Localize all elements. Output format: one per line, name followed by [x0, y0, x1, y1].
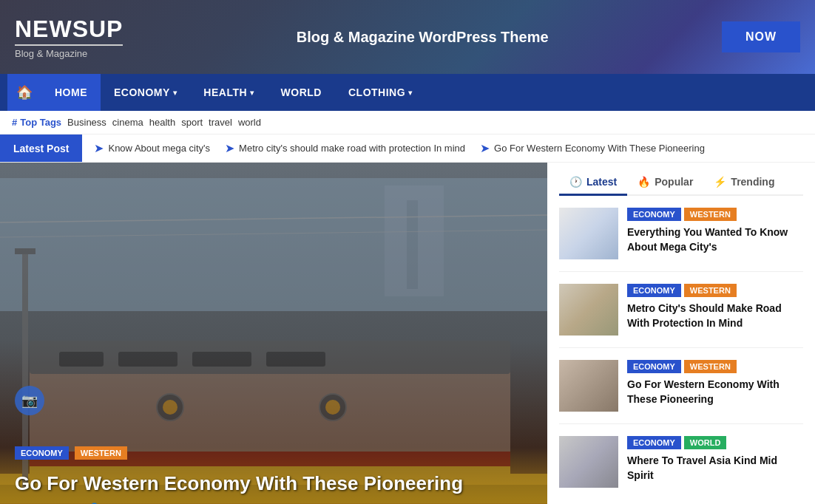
svg-rect-9: [192, 352, 251, 367]
nav-item-world[interactable]: WORLD: [268, 74, 335, 111]
article-thumbnail-2: [559, 284, 618, 336]
ticker-item-2[interactable]: ➤ Metro city's should make road with pro…: [225, 141, 465, 155]
nav-home-icon[interactable]: 🏠: [7, 74, 41, 111]
top-tags-bar: Top Tags Business cinema health sport tr…: [0, 111, 815, 134]
top-tags-label: Top Tags: [12, 117, 61, 128]
tag-western-badge[interactable]: WESTERN: [75, 446, 127, 460]
nav-item-health[interactable]: HEALTH ▾: [190, 74, 267, 111]
thumb-image-3: [559, 360, 618, 412]
tab-trending[interactable]: ⚡ Trending: [703, 170, 785, 196]
arrow-icon: ➤: [480, 141, 490, 155]
chevron-down-icon: ▾: [250, 89, 254, 97]
featured-article: 📷 ECONOMY WESTERN Go For Western Economy…: [0, 163, 547, 504]
nav-item-economy[interactable]: ECONOMY ▾: [101, 74, 190, 111]
svg-rect-0: [0, 178, 547, 311]
tag-business[interactable]: Business: [67, 117, 106, 128]
sidebar-article-1: ECONOMY WESTERN Everything You Wanted To…: [559, 208, 803, 272]
thumb-image-4: [559, 436, 618, 488]
thumb-image-1: [559, 208, 618, 259]
article-thumbnail-3: [559, 360, 618, 412]
sidebar-article-2: ECONOMY WESTERN Metro City's Should Make…: [559, 284, 803, 348]
article-title-4[interactable]: Where To Travel Asia Kind Mid Spirit: [627, 454, 803, 483]
article-tags-4: ECONOMY WORLD: [627, 436, 803, 449]
fire-icon: 🔥: [638, 176, 650, 188]
sidebar-tabs: 🕐 Latest 🔥 Popular ⚡ Trending: [559, 170, 803, 196]
svg-point-14: [325, 400, 340, 415]
article-content-1: ECONOMY WESTERN Everything You Wanted To…: [627, 208, 803, 259]
now-button[interactable]: NOW: [722, 21, 800, 52]
article-thumbnail-1: [559, 208, 618, 259]
thumb-image-2: [559, 284, 618, 336]
latest-ticker: ➤ Know About mega city's ➤ Metro city's …: [82, 141, 717, 155]
tag-economy-badge[interactable]: ECONOMY: [15, 446, 69, 460]
article-content-3: ECONOMY WESTERN Go For Western Economy W…: [627, 360, 803, 412]
svg-rect-10: [266, 352, 325, 367]
economy-badge[interactable]: ECONOMY: [627, 284, 681, 297]
tag-travel[interactable]: travel: [209, 117, 232, 128]
site-name: NEWSUP: [15, 16, 123, 43]
sidebar-article-3: ECONOMY WESTERN Go For Western Economy W…: [559, 360, 803, 424]
tab-latest[interactable]: 🕐 Latest: [559, 170, 627, 196]
main-content: 📷 ECONOMY WESTERN Go For Western Economy…: [0, 163, 815, 504]
svg-rect-7: [59, 352, 104, 367]
article-tags-1: ECONOMY WESTERN: [627, 208, 803, 221]
latest-label: Latest Post: [0, 134, 82, 163]
chevron-down-icon: ▾: [408, 89, 413, 97]
svg-rect-20: [15, 248, 35, 254]
banner-text: Blog & Magazine WordPress Theme: [297, 29, 549, 46]
featured-title: Go For Western Economy With These Pionee…: [15, 471, 532, 497]
navbar: 🏠 HOME ECONOMY ▾ HEALTH ▾ WORLD CLOTHING…: [0, 74, 815, 111]
economy-badge[interactable]: ECONOMY: [627, 208, 681, 221]
svg-rect-8: [118, 352, 177, 367]
sidebar-article-4: ECONOMY WORLD Where To Travel Asia Kind …: [559, 436, 803, 500]
nav-item-home[interactable]: HOME: [41, 74, 101, 111]
article-title-1[interactable]: Everything You Wanted To Know About Mega…: [627, 225, 803, 254]
header-banner: NEWSUP Blog & Magazine Blog & Magazine W…: [0, 0, 815, 74]
tag-health[interactable]: health: [149, 117, 175, 128]
site-tagline: Blog & Magazine: [15, 44, 123, 59]
article-content-4: ECONOMY WORLD Where To Travel Asia Kind …: [627, 436, 803, 488]
ticker-item-1[interactable]: ➤ Know About mega city's: [94, 141, 210, 155]
article-content-2: ECONOMY WESTERN Metro City's Should Make…: [627, 284, 803, 336]
clock-icon: 🕐: [569, 176, 582, 188]
tag-world[interactable]: world: [238, 117, 261, 128]
chevron-down-icon: ▾: [173, 89, 177, 97]
lightning-icon: ⚡: [714, 176, 726, 188]
article-tags-3: ECONOMY WESTERN: [627, 360, 803, 373]
economy-badge[interactable]: ECONOMY: [627, 436, 681, 449]
banner-center: Blog & Magazine WordPress Theme: [297, 29, 549, 46]
tab-popular[interactable]: 🔥 Popular: [627, 170, 703, 196]
tag-sport[interactable]: sport: [181, 117, 203, 128]
arrow-icon: ➤: [225, 141, 234, 155]
svg-point-12: [163, 400, 177, 415]
svg-rect-2: [407, 200, 418, 289]
arrow-icon: ➤: [94, 141, 104, 155]
article-tags-2: ECONOMY WESTERN: [627, 284, 803, 297]
logo-area: NEWSUP Blog & Magazine: [15, 16, 123, 59]
article-title-2[interactable]: Metro City's Should Make Road With Prote…: [627, 302, 803, 330]
sidebar: 🕐 Latest 🔥 Popular ⚡ Trending ECONOMY WE…: [547, 163, 815, 504]
economy-badge[interactable]: ECONOMY: [627, 360, 681, 373]
ticker-item-3[interactable]: ➤ Go For Western Economy With These Pion…: [480, 141, 705, 155]
world-badge[interactable]: WORLD: [684, 436, 727, 449]
tag-cinema[interactable]: cinema: [112, 117, 143, 128]
western-badge[interactable]: WESTERN: [684, 208, 737, 221]
camera-icon: 📷: [15, 386, 44, 415]
western-badge[interactable]: WESTERN: [684, 284, 737, 297]
latest-post-bar: Latest Post ➤ Know About mega city's ➤ M…: [0, 134, 815, 163]
article-title-3[interactable]: Go For Western Economy With These Pionee…: [627, 378, 803, 406]
western-badge[interactable]: WESTERN: [684, 360, 737, 373]
nav-item-clothing[interactable]: CLOTHING ▾: [335, 74, 426, 111]
featured-tags: ECONOMY WESTERN: [15, 446, 127, 460]
article-thumbnail-4: [559, 436, 618, 488]
